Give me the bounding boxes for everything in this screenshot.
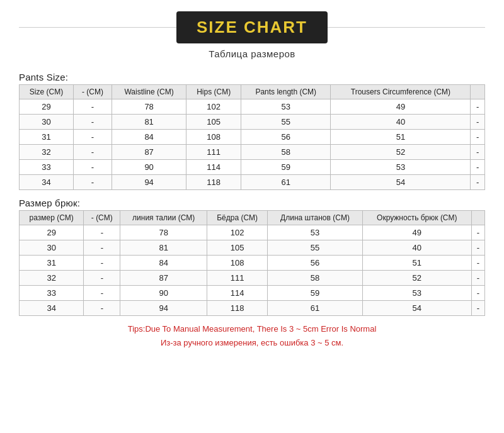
table-cell: - [84, 225, 120, 240]
table-cell: 84 [112, 130, 186, 145]
col-size-ru: размер (CM) [20, 211, 84, 225]
table-cell: 78 [112, 99, 186, 115]
table-cell: 40 [331, 115, 471, 130]
table-cell: - [74, 145, 112, 160]
table-cell: - [471, 301, 484, 316]
table-cell: 114 [186, 160, 241, 175]
table-cell: 78 [120, 225, 207, 240]
table-cell: 118 [186, 175, 241, 190]
table-cell: - [471, 130, 485, 145]
table-cell: - [471, 145, 485, 160]
table-cell: 58 [268, 271, 363, 286]
table-cell: 94 [120, 301, 207, 316]
table-cell: 61 [268, 301, 363, 316]
table-cell: 108 [207, 256, 268, 271]
table-cell: 31 [20, 130, 74, 145]
table-cell: 55 [268, 240, 363, 256]
table-cell: 49 [362, 225, 471, 240]
table-cell: 102 [207, 225, 268, 240]
table-cell: - [74, 160, 112, 175]
table-row: 29-781025349- [20, 99, 485, 115]
table-cell: 51 [362, 256, 471, 271]
pants-table-ru-header-row: размер (CM) - (CM) линия талии (CM) Бёдр… [20, 211, 485, 225]
right-divider [328, 27, 485, 28]
table-cell: 87 [120, 271, 207, 286]
table-cell: 56 [268, 256, 363, 271]
pants-table-ru-body: 29-781025349-30-811055540-31-841085651-3… [20, 225, 485, 316]
col-hips: Hips (CM) [186, 85, 241, 99]
table-cell: 90 [120, 286, 207, 301]
page-title: SIZE CHART [197, 18, 307, 37]
pants-table-ru: размер (CM) - (CM) линия талии (CM) Бёдр… [19, 210, 485, 316]
table-cell: 81 [112, 115, 186, 130]
table-row: 33-901145953- [20, 286, 485, 301]
table-cell: 87 [112, 145, 186, 160]
table-cell: 34 [20, 301, 84, 316]
table-cell: 118 [207, 301, 268, 316]
table-row: 34-941186154- [20, 301, 485, 316]
table-cell: - [74, 99, 112, 115]
table-row: 31-841085651- [20, 256, 485, 271]
header-divider-row: SIZE CHART [19, 11, 485, 43]
col-size: Size (CM) [20, 85, 74, 99]
table-row: 34-941186154- [20, 175, 485, 190]
table-cell: 56 [241, 130, 331, 145]
table-cell: 102 [186, 99, 241, 115]
tips-line2: Из-за ручного измерения, есть ошибка 3 ~… [19, 336, 485, 350]
table-cell: - [84, 240, 120, 256]
table-cell: 30 [20, 240, 84, 256]
table-cell: 111 [186, 145, 241, 160]
table-cell: 59 [268, 286, 363, 301]
table-cell: 51 [331, 130, 471, 145]
table-cell: 40 [362, 240, 471, 256]
table-cell: 33 [20, 160, 74, 175]
pants-table-header-row: Size (CM) - (CM) Waistline (CM) Hips (CM… [20, 85, 485, 99]
table-cell: - [471, 256, 484, 271]
table-cell: 34 [20, 175, 74, 190]
table-cell: - [471, 175, 485, 190]
table-cell: 114 [207, 286, 268, 301]
table-cell: - [471, 115, 485, 130]
col-dash: - (CM) [74, 85, 112, 99]
table-cell: 52 [362, 271, 471, 286]
col-empty-ru [471, 211, 484, 225]
table-row: 30-811055540- [20, 115, 485, 130]
title-box: SIZE CHART [176, 11, 328, 43]
table-cell: 108 [186, 130, 241, 145]
table-cell: 58 [241, 145, 331, 160]
header-section: SIZE CHART Таблица размеров [19, 0, 485, 59]
table-cell: 31 [20, 256, 84, 271]
table-cell: 32 [20, 271, 84, 286]
left-divider [19, 27, 176, 28]
table-cell: - [471, 99, 485, 115]
table-cell: 32 [20, 145, 74, 160]
table-row: 33-901145953- [20, 160, 485, 175]
table-cell: - [84, 271, 120, 286]
table-cell: 53 [362, 286, 471, 301]
table-cell: 55 [241, 115, 331, 130]
table-row: 31-841085651- [20, 130, 485, 145]
table-cell: 111 [207, 271, 268, 286]
table-cell: 59 [241, 160, 331, 175]
pants-section-label: Pants Size: [19, 72, 485, 82]
page: SIZE CHART Таблица размеров Pants Size: … [0, 0, 504, 433]
table-cell: 61 [241, 175, 331, 190]
table-cell: - [74, 130, 112, 145]
table-cell: - [471, 225, 484, 240]
table-cell: 105 [186, 115, 241, 130]
table-cell: 53 [331, 160, 471, 175]
table-cell: 52 [331, 145, 471, 160]
table-cell: - [471, 271, 484, 286]
table-cell: 29 [20, 99, 74, 115]
table-cell: - [84, 256, 120, 271]
table-cell: - [84, 301, 120, 316]
tips-line1: Tips:Due To Manual Measurement, There Is… [19, 322, 485, 336]
table-cell: 81 [120, 240, 207, 256]
col-waistline-ru: линия талии (CM) [120, 211, 207, 225]
table-row: 29-781025349- [20, 225, 485, 240]
table-cell: - [74, 115, 112, 130]
table-cell: 105 [207, 240, 268, 256]
table-cell: 29 [20, 225, 84, 240]
table-row: 30-811055540- [20, 240, 485, 256]
pants-table-body: 29-781025349-30-811055540-31-841085651-3… [20, 99, 485, 190]
